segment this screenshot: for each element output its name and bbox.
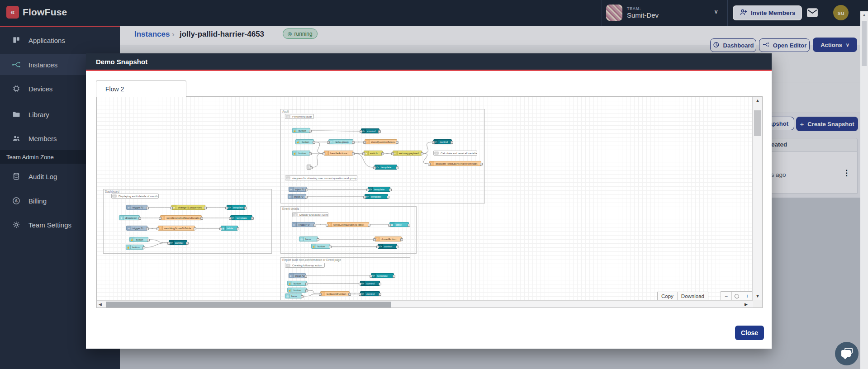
form-icon: ▤ — [299, 237, 304, 241]
code-icon: </> — [375, 165, 379, 169]
scroll-left-icon[interactable]: ◀ — [99, 302, 102, 307]
flow-node-label: inject ↻ — [294, 187, 306, 191]
canvas-horizontal-scrollbar[interactable]: ◀ ▶ — [97, 300, 753, 308]
inject-icon: ⊳ — [127, 205, 131, 209]
flow-node-trigger-: ⊳trigger ↻ — [126, 226, 147, 231]
code-icon: </> — [368, 187, 373, 191]
flow-node-label: inject ↻ — [294, 274, 305, 278]
flow-node-inject-: ⊳inject ↻ — [288, 194, 306, 199]
vertical-scrollbar-thumb[interactable] — [754, 110, 761, 136]
flow-group-label: Audit — [282, 110, 289, 113]
flow-preview-canvas[interactable]: AuditDashboardEvent detailsReport audit … — [96, 96, 763, 308]
inject-icon: ⊳ — [292, 222, 297, 227]
comment-icon: ≡ — [293, 213, 298, 216]
hand-icon: ☝ — [126, 245, 131, 249]
flow-node-template: </>template — [375, 165, 397, 170]
copy-button[interactable]: Copy — [658, 292, 677, 300]
scroll-right-icon[interactable]: ▶ — [745, 302, 748, 307]
hand-icon: ☝ — [130, 237, 134, 241]
zoom-out-button[interactable]: − — [721, 292, 731, 300]
function-icon: ƒ — [375, 237, 379, 241]
function-icon: ƒ — [430, 161, 434, 166]
flow-node-label: button — [297, 128, 310, 132]
flow-node-creating-follow-up-action: ≡Creating follow-up action — [285, 263, 325, 268]
change-icon: ⇄ — [393, 151, 398, 155]
hand-icon: ☝ — [293, 151, 297, 155]
flow-node-label: inject ↻ — [293, 194, 306, 199]
tab-flow-2[interactable]: Flow 2 — [96, 80, 186, 97]
flow-node-button: ☝button — [295, 139, 314, 144]
hand-icon: ☝ — [288, 281, 292, 285]
flow-node-control: </>control — [378, 244, 397, 249]
change-icon: ⇄ — [172, 205, 176, 209]
form-icon: ▤ — [285, 294, 290, 298]
flow-node-sendeventdetailstotable: ƒsendEventDetailsToTable — [327, 222, 369, 227]
flow-node-trigger-: ⊳Trigger ↻ — [292, 222, 315, 227]
zoom-in-button[interactable]: + — [742, 292, 752, 300]
zoom-controls: − + — [721, 291, 753, 301]
modal-accent-line — [86, 70, 772, 71]
flow-node-label: table — [394, 222, 408, 227]
flow-node-set-msg-payload: ⇄set msg.payload — [393, 151, 422, 156]
flow-node-label: trigger ↻ — [131, 226, 147, 230]
comment-icon: ≡ — [434, 151, 439, 155]
scroll-up-icon[interactable]: ▲ — [860, 13, 868, 17]
flow-node-calculate-and-reset-all-variable: ≡Calculate and reset all variable — [433, 151, 477, 156]
flow-node-table: ▦table — [389, 222, 409, 227]
flow-node-sendeventandscoredetails: ƒsendEventAndScoreDetails — [160, 215, 202, 220]
flow-node-control: </>control — [433, 139, 452, 144]
flow-node-label: Displaying audit details of month — [117, 194, 158, 198]
flow-node-label: dropdown — [124, 216, 139, 220]
flow-node-display-and-close-events: ≡Display and close events — [292, 212, 328, 217]
flow-group-label: Report audit non-conformance or Event pa… — [282, 258, 341, 261]
close-button[interactable]: Close — [735, 326, 764, 340]
scroll-down-icon[interactable]: ▼ — [753, 294, 763, 298]
flow-node-label: control — [366, 129, 379, 133]
flow-node-label: control — [383, 244, 397, 248]
horizontal-scrollbar-thumb[interactable] — [106, 302, 391, 308]
inject-icon: ⊳ — [289, 187, 294, 191]
flow-node-closedaction: ƒclosedAction — [375, 237, 402, 241]
canvas-vertical-scrollbar[interactable]: ▲ ▼ — [752, 97, 762, 300]
flow-node-form: ▤form — [299, 237, 318, 241]
flow-node-storequestionscore: ƒstoreQuestionScore — [365, 139, 397, 144]
flow-node-trigger-: ⊳trigger ↻ — [126, 205, 147, 210]
scroll-up-icon[interactable]: ▲ — [753, 98, 763, 103]
flow-node-control: </>control — [360, 291, 380, 296]
flow-node-label: template — [373, 187, 390, 191]
page-scrollbar-thumb[interactable] — [862, 21, 867, 66]
hand-icon: ☝ — [312, 244, 316, 248]
flow-node-label: button — [134, 237, 148, 241]
flow-node-label: control — [174, 241, 187, 245]
chat-widget-button[interactable] — [835, 342, 859, 365]
flow-node-label: Trigger ↻ — [297, 222, 314, 227]
flow-node-template: </>template — [368, 187, 390, 192]
code-icon: </> — [378, 244, 383, 248]
function-icon: ƒ — [321, 292, 325, 296]
flow-node-table: ▦table — [221, 226, 238, 231]
flow-export-toolbar: Copy Download — [657, 292, 708, 301]
flow-node-change-5-properties: ⇄change 5 properties — [171, 205, 205, 210]
function-icon: ƒ — [327, 222, 332, 227]
flow-node-label: form — [304, 237, 318, 241]
zoom-reset-button[interactable] — [731, 292, 742, 300]
flow-node-label: Creating follow-up action — [291, 263, 324, 267]
flow-node-label: switch — [369, 151, 382, 155]
flow-node-handleactions: ƒhandleActions — [324, 151, 353, 156]
flow-node-label: steppers for showing user current questi… — [291, 176, 357, 180]
page-scrollbar[interactable]: ▲ — [860, 11, 868, 369]
inject-icon: ⊳ — [288, 194, 293, 199]
comment-icon: ≡ — [112, 194, 117, 198]
flow-node-label: button — [300, 140, 313, 144]
flow-node-label: logEventFuntion — [325, 292, 349, 296]
flow-node-label: sendEventDetailsToTable — [332, 222, 369, 227]
flow-node-displaying-audit-details-of-month: ≡Displaying audit details of month — [111, 194, 159, 199]
flow-node-label: handleActions — [329, 151, 353, 155]
flow-node-label: Display and close events — [298, 213, 328, 217]
function-icon: ƒ — [365, 140, 370, 144]
flow-node-label: table — [226, 226, 237, 230]
flow-node-button: ☝button — [287, 281, 307, 286]
demo-snapshot-modal: Demo Snapshot Flow 2 AuditDashboardEvent… — [86, 53, 772, 349]
download-button[interactable]: Download — [677, 292, 708, 300]
inject-icon: ⊳ — [127, 226, 131, 230]
